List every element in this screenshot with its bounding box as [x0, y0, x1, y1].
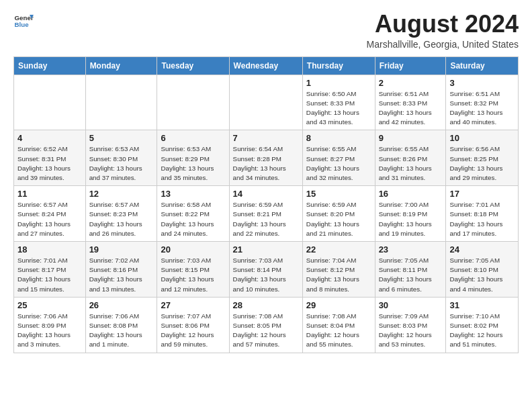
logo: General Blue — [13, 11, 34, 31]
day-info: Sunrise: 7:04 AM Sunset: 8:12 PM Dayligh… — [306, 256, 371, 294]
calendar-table: Sunday Monday Tuesday Wednesday Thursday… — [13, 56, 519, 353]
calendar-cell: 19Sunrise: 7:02 AM Sunset: 8:16 PM Dayli… — [85, 242, 157, 298]
day-info: Sunrise: 7:00 AM Sunset: 8:19 PM Dayligh… — [379, 200, 443, 238]
day-info: Sunrise: 6:52 AM Sunset: 8:31 PM Dayligh… — [17, 144, 82, 183]
day-number: 24 — [449, 244, 515, 255]
day-info: Sunrise: 6:53 AM Sunset: 8:30 PM Dayligh… — [89, 144, 154, 183]
calendar-cell: 21Sunrise: 7:03 AM Sunset: 8:14 PM Dayli… — [229, 242, 302, 298]
day-number: 31 — [449, 300, 515, 310]
day-number: 18 — [17, 244, 82, 255]
day-info: Sunrise: 6:59 AM Sunset: 8:21 PM Dayligh… — [233, 200, 299, 238]
calendar-cell: 22Sunrise: 7:04 AM Sunset: 8:12 PM Dayli… — [302, 242, 375, 298]
calendar-cell: 26Sunrise: 7:06 AM Sunset: 8:08 PM Dayli… — [85, 297, 157, 353]
calendar-week-1: 1Sunrise: 6:50 AM Sunset: 8:33 PM Daylig… — [14, 75, 519, 130]
calendar-cell: 2Sunrise: 6:51 AM Sunset: 8:33 PM Daylig… — [375, 75, 446, 130]
day-number: 11 — [17, 189, 82, 199]
logo-icon: General Blue — [13, 11, 34, 31]
day-number: 27 — [161, 300, 225, 310]
day-info: Sunrise: 7:01 AM Sunset: 8:18 PM Dayligh… — [449, 200, 515, 238]
day-info: Sunrise: 7:06 AM Sunset: 8:09 PM Dayligh… — [17, 312, 82, 350]
day-number: 10 — [449, 133, 515, 143]
day-info: Sunrise: 7:05 AM Sunset: 8:11 PM Dayligh… — [379, 256, 443, 294]
header-thursday: Thursday — [302, 56, 375, 75]
calendar-cell: 17Sunrise: 7:01 AM Sunset: 8:18 PM Dayli… — [446, 186, 519, 242]
day-number: 2 — [379, 78, 443, 88]
header-sunday: Sunday — [14, 56, 86, 75]
day-info: Sunrise: 6:56 AM Sunset: 8:25 PM Dayligh… — [449, 144, 515, 183]
day-number: 16 — [379, 189, 443, 199]
calendar-cell: 16Sunrise: 7:00 AM Sunset: 8:19 PM Dayli… — [375, 186, 446, 242]
calendar-cell: 3Sunrise: 6:51 AM Sunset: 8:32 PM Daylig… — [446, 75, 519, 130]
day-number: 17 — [449, 189, 515, 199]
page-header: General Blue August 2024 Marshallville, … — [13, 11, 519, 50]
calendar-cell: 24Sunrise: 7:05 AM Sunset: 8:10 PM Dayli… — [446, 242, 519, 298]
calendar-cell: 9Sunrise: 6:55 AM Sunset: 8:26 PM Daylig… — [375, 130, 446, 186]
day-number: 26 — [89, 300, 154, 310]
day-number: 3 — [449, 78, 515, 88]
header-wednesday: Wednesday — [229, 56, 302, 75]
day-info: Sunrise: 6:55 AM Sunset: 8:27 PM Dayligh… — [306, 144, 371, 183]
day-info: Sunrise: 6:53 AM Sunset: 8:29 PM Dayligh… — [161, 144, 225, 183]
header-monday: Monday — [85, 56, 157, 75]
calendar-cell: 11Sunrise: 6:57 AM Sunset: 8:24 PM Dayli… — [14, 186, 86, 242]
day-number: 20 — [161, 244, 225, 255]
day-number: 23 — [379, 244, 443, 255]
day-number: 6 — [161, 133, 225, 143]
calendar-cell: 6Sunrise: 6:53 AM Sunset: 8:29 PM Daylig… — [157, 130, 229, 186]
calendar-cell: 7Sunrise: 6:54 AM Sunset: 8:28 PM Daylig… — [229, 130, 302, 186]
calendar-cell: 4Sunrise: 6:52 AM Sunset: 8:31 PM Daylig… — [14, 130, 86, 186]
day-number: 1 — [306, 78, 371, 88]
calendar-cell: 14Sunrise: 6:59 AM Sunset: 8:21 PM Dayli… — [229, 186, 302, 242]
calendar-cell: 30Sunrise: 7:09 AM Sunset: 8:03 PM Dayli… — [375, 297, 446, 353]
day-number: 8 — [306, 133, 371, 143]
day-number: 25 — [17, 300, 82, 310]
header-saturday: Saturday — [446, 56, 519, 75]
day-number: 13 — [161, 189, 225, 199]
calendar-header-row: Sunday Monday Tuesday Wednesday Thursday… — [14, 56, 519, 75]
day-number: 30 — [379, 300, 443, 310]
day-number: 28 — [233, 300, 299, 310]
day-info: Sunrise: 7:03 AM Sunset: 8:14 PM Dayligh… — [233, 256, 299, 294]
calendar-cell: 28Sunrise: 7:08 AM Sunset: 8:05 PM Dayli… — [229, 297, 302, 353]
calendar-cell: 29Sunrise: 7:08 AM Sunset: 8:04 PM Dayli… — [302, 297, 375, 353]
day-info: Sunrise: 7:02 AM Sunset: 8:16 PM Dayligh… — [89, 256, 154, 294]
calendar-cell: 31Sunrise: 7:10 AM Sunset: 8:02 PM Dayli… — [446, 297, 519, 353]
calendar-cell: 23Sunrise: 7:05 AM Sunset: 8:11 PM Dayli… — [375, 242, 446, 298]
svg-text:Blue: Blue — [15, 21, 30, 28]
day-number: 14 — [233, 189, 299, 199]
calendar-week-2: 4Sunrise: 6:52 AM Sunset: 8:31 PM Daylig… — [14, 130, 519, 186]
day-info: Sunrise: 6:59 AM Sunset: 8:20 PM Dayligh… — [306, 200, 371, 238]
day-number: 21 — [233, 244, 299, 255]
day-info: Sunrise: 7:09 AM Sunset: 8:03 PM Dayligh… — [379, 312, 443, 350]
calendar-cell: 13Sunrise: 6:58 AM Sunset: 8:22 PM Dayli… — [157, 186, 229, 242]
calendar-cell: 25Sunrise: 7:06 AM Sunset: 8:09 PM Dayli… — [14, 297, 86, 353]
calendar-cell — [14, 75, 86, 130]
calendar-cell — [229, 75, 302, 130]
month-year: August 2024 — [367, 11, 519, 38]
calendar-week-4: 18Sunrise: 7:01 AM Sunset: 8:17 PM Dayli… — [14, 242, 519, 298]
calendar-cell — [157, 75, 229, 130]
day-number: 7 — [233, 133, 299, 143]
day-info: Sunrise: 6:54 AM Sunset: 8:28 PM Dayligh… — [233, 144, 299, 183]
calendar-cell — [85, 75, 157, 130]
day-info: Sunrise: 7:10 AM Sunset: 8:02 PM Dayligh… — [449, 312, 515, 350]
calendar-cell: 18Sunrise: 7:01 AM Sunset: 8:17 PM Dayli… — [14, 242, 86, 298]
calendar-cell: 5Sunrise: 6:53 AM Sunset: 8:30 PM Daylig… — [85, 130, 157, 186]
calendar-cell: 15Sunrise: 6:59 AM Sunset: 8:20 PM Dayli… — [302, 186, 375, 242]
day-info: Sunrise: 6:57 AM Sunset: 8:23 PM Dayligh… — [89, 200, 154, 238]
header-friday: Friday — [375, 56, 446, 75]
location: Marshallville, Georgia, United States — [367, 39, 519, 50]
header-tuesday: Tuesday — [157, 56, 229, 75]
title-block: August 2024 Marshallville, Georgia, Unit… — [367, 11, 519, 50]
day-info: Sunrise: 7:03 AM Sunset: 8:15 PM Dayligh… — [161, 256, 225, 294]
day-info: Sunrise: 7:05 AM Sunset: 8:10 PM Dayligh… — [449, 256, 515, 294]
calendar-cell: 12Sunrise: 6:57 AM Sunset: 8:23 PM Dayli… — [85, 186, 157, 242]
calendar-week-5: 25Sunrise: 7:06 AM Sunset: 8:09 PM Dayli… — [14, 297, 519, 353]
day-number: 12 — [89, 189, 154, 199]
day-info: Sunrise: 6:58 AM Sunset: 8:22 PM Dayligh… — [161, 200, 225, 238]
calendar-cell: 27Sunrise: 7:07 AM Sunset: 8:06 PM Dayli… — [157, 297, 229, 353]
day-info: Sunrise: 7:07 AM Sunset: 8:06 PM Dayligh… — [161, 312, 225, 350]
day-number: 22 — [306, 244, 371, 255]
day-info: Sunrise: 6:51 AM Sunset: 8:33 PM Dayligh… — [379, 89, 443, 128]
calendar-cell: 8Sunrise: 6:55 AM Sunset: 8:27 PM Daylig… — [302, 130, 375, 186]
